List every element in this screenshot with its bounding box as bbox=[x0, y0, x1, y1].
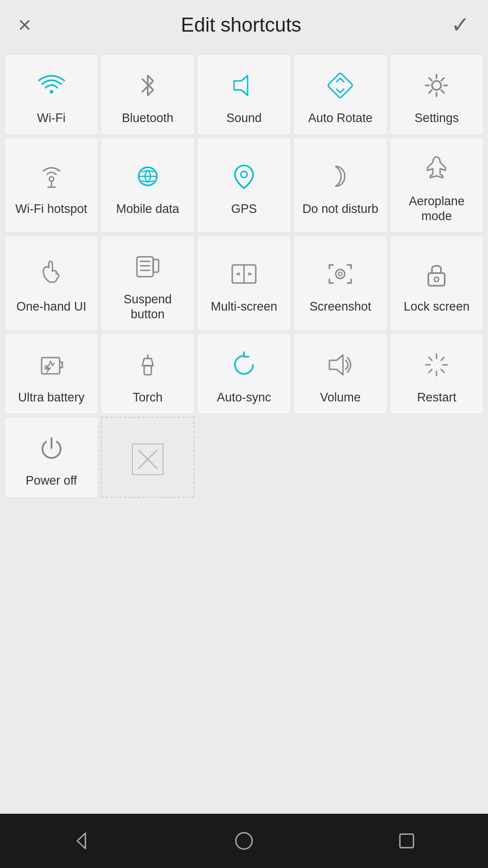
confirm-button[interactable]: ✓ bbox=[451, 12, 470, 38]
gps-icon bbox=[226, 158, 262, 194]
svg-line-35 bbox=[441, 357, 444, 360]
home-button[interactable] bbox=[226, 823, 262, 859]
shortcut-ultra-battery[interactable]: ❧ Ultra battery bbox=[5, 334, 98, 414]
svg-point-15 bbox=[336, 269, 345, 278]
bluetooth-label: Bluetooth bbox=[122, 111, 174, 125]
svg-point-18 bbox=[434, 277, 439, 282]
svg-rect-42 bbox=[400, 834, 413, 848]
svg-rect-17 bbox=[428, 273, 445, 286]
mobiledata-icon bbox=[130, 158, 166, 194]
svg-marker-0 bbox=[234, 75, 248, 95]
volume-label: Volume bbox=[320, 390, 361, 405]
restart-label: Restart bbox=[417, 390, 456, 405]
shortcut-bluetooth[interactable]: Bluetooth bbox=[101, 54, 194, 135]
svg-point-16 bbox=[338, 272, 342, 276]
header: × Edit shortcuts ✓ bbox=[0, 0, 488, 50]
page-title: Edit shortcuts bbox=[181, 14, 301, 36]
svg-marker-28 bbox=[329, 355, 343, 375]
shortcut-multi-screen[interactable]: Multi-screen bbox=[197, 236, 291, 331]
back-button[interactable] bbox=[63, 823, 99, 859]
shortcut-torch[interactable]: Torch bbox=[101, 334, 194, 414]
bluetooth-icon bbox=[130, 67, 166, 104]
shortcut-volume[interactable]: Volume bbox=[294, 334, 387, 414]
svg-rect-25 bbox=[144, 366, 151, 375]
aeroplane-icon bbox=[418, 151, 455, 187]
svg-rect-8 bbox=[137, 257, 153, 277]
shortcut-lock-screen[interactable]: Lock screen bbox=[390, 236, 483, 331]
settings-label: Settings bbox=[415, 111, 459, 125]
suspend-label: Suspend button bbox=[106, 292, 189, 321]
onehand-icon bbox=[33, 256, 70, 292]
shortcut-aeroplane[interactable]: Aeroplane mode bbox=[390, 137, 483, 233]
svg-line-36 bbox=[429, 369, 432, 373]
lockscreen-icon bbox=[418, 256, 455, 292]
volume-icon bbox=[322, 347, 358, 383]
poweroff-icon bbox=[33, 430, 70, 466]
svg-point-7 bbox=[241, 171, 247, 178]
shortcut-wifi[interactable]: Wi-Fi bbox=[5, 54, 98, 135]
shortcut-auto-rotate[interactable]: Auto Rotate bbox=[294, 54, 387, 135]
shortcut-settings[interactable]: Settings bbox=[390, 54, 483, 135]
sound-icon bbox=[226, 67, 262, 104]
donotdisturb-label: Do not disturb bbox=[302, 202, 378, 216]
mobiledata-label: Mobile data bbox=[116, 202, 179, 216]
empty-icon bbox=[132, 443, 164, 475]
shortcut-do-not-disturb[interactable]: Do not disturb bbox=[294, 137, 387, 233]
recent-button[interactable] bbox=[389, 823, 425, 859]
autosync-icon bbox=[226, 347, 262, 383]
screenshot-label: Screenshot bbox=[310, 299, 371, 314]
svg-line-34 bbox=[441, 369, 444, 373]
autorotate-icon bbox=[322, 67, 358, 104]
close-button[interactable]: × bbox=[18, 12, 31, 38]
battery-label: Ultra battery bbox=[18, 390, 84, 405]
torch-icon bbox=[130, 347, 166, 383]
shortcut-sound[interactable]: Sound bbox=[197, 54, 291, 135]
svg-marker-40 bbox=[77, 833, 85, 849]
donotdisturb-icon bbox=[322, 158, 358, 194]
gps-label: GPS bbox=[231, 202, 257, 216]
svg-rect-9 bbox=[153, 259, 159, 272]
shortcuts-grid: Wi-Fi Bluetooth Sound Auto Rotate bbox=[0, 50, 488, 814]
poweroff-label: Power off bbox=[26, 473, 77, 488]
aeroplane-label: Aeroplane mode bbox=[395, 194, 479, 223]
hotspot-label: Wi-Fi hotspot bbox=[15, 202, 87, 216]
onehand-label: One-hand UI bbox=[16, 299, 86, 314]
torch-label: Torch bbox=[133, 390, 163, 405]
shortcut-power-off[interactable]: Power off bbox=[5, 417, 98, 497]
shortcut-wifi-hotspot[interactable]: Wi-Fi hotspot bbox=[5, 137, 98, 233]
restart-icon bbox=[418, 347, 455, 383]
shortcut-screenshot[interactable]: Screenshot bbox=[294, 236, 387, 331]
svg-line-33 bbox=[429, 357, 432, 360]
multiscreen-label: Multi-screen bbox=[211, 299, 277, 314]
svg-rect-1 bbox=[328, 73, 353, 99]
wifi-icon bbox=[33, 67, 70, 104]
suspend-icon bbox=[130, 249, 166, 285]
multiscreen-icon bbox=[226, 256, 262, 292]
shortcut-empty[interactable] bbox=[101, 417, 194, 497]
wifi-label: Wi-Fi bbox=[37, 111, 66, 125]
shortcut-auto-sync[interactable]: Auto-sync bbox=[197, 334, 291, 414]
svg-point-41 bbox=[236, 833, 252, 849]
navigation-bar bbox=[0, 814, 488, 868]
shortcut-gps[interactable]: GPS bbox=[197, 137, 291, 233]
hotspot-icon bbox=[33, 158, 70, 194]
lockscreen-label: Lock screen bbox=[404, 299, 470, 314]
battery-icon: ❧ bbox=[33, 347, 70, 383]
autorotate-label: Auto Rotate bbox=[308, 111, 373, 125]
shortcut-one-hand[interactable]: One-hand UI bbox=[5, 236, 98, 331]
sound-label: Sound bbox=[226, 111, 262, 125]
shortcut-mobile-data[interactable]: Mobile data bbox=[101, 137, 194, 233]
shortcut-restart[interactable]: Restart bbox=[390, 334, 483, 414]
shortcut-suspend[interactable]: Suspend button bbox=[101, 236, 194, 331]
screenshot-icon bbox=[322, 256, 358, 292]
settings-icon bbox=[418, 67, 455, 104]
svg-point-2 bbox=[432, 81, 441, 90]
autosync-label: Auto-sync bbox=[217, 390, 271, 405]
